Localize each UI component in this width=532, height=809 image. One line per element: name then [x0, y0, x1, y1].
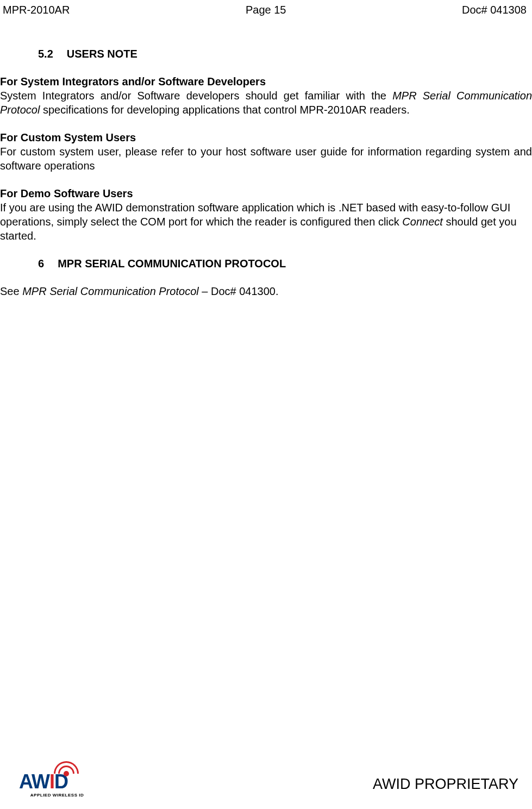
text: – Doc# 041300. [199, 285, 279, 297]
logo-text: AWID [19, 772, 95, 792]
awid-logo: AWID APPLIED WIRELESS ID [19, 772, 95, 798]
section-number: 6 [38, 256, 44, 271]
logo-dot-icon [64, 771, 69, 776]
section-title: USERS NOTE [67, 48, 137, 60]
section-title: MPR SERIAL COMMUNICATION PROTOCOL [58, 258, 286, 269]
header-page: Page 15 [246, 3, 286, 17]
paragraph-demo: If you are using the AWID demonstration … [0, 200, 532, 243]
subheading-custom: For Custom System Users [0, 130, 532, 145]
paragraph-integrators: System Integrators and/or Software devel… [0, 89, 532, 117]
paragraph-custom: For custom system user, please refer to … [0, 145, 532, 173]
text-italic: Connect [402, 216, 443, 228]
document-body: 5.2USERS NOTE For System Integrators and… [0, 17, 532, 298]
section-6-heading: 6MPR SERIAL COMMUNICATION PROTOCOL [0, 256, 532, 271]
section-5-2-heading: 5.2USERS NOTE [0, 47, 532, 61]
logo-icon: AWID [19, 772, 95, 792]
footer-proprietary: AWID PROPRIETARY [373, 775, 518, 798]
section-number: 5.2 [38, 47, 53, 61]
page-header: MPR-2010AR Page 15 Doc# 041308 [0, 0, 532, 17]
paragraph-section-6: See MPR Serial Communication Protocol – … [0, 284, 532, 298]
text: System Integrators and/or Software devel… [0, 90, 392, 102]
header-doc: Doc# 041308 [462, 3, 527, 17]
text: See [0, 285, 22, 297]
subheading-demo: For Demo Software Users [0, 186, 532, 200]
logo-subtitle: APPLIED WIRELESS ID [30, 793, 84, 798]
page-footer: AWID APPLIED WIRELESS ID AWID PROPRIETAR… [0, 772, 532, 798]
text-italic: MPR Serial Communication Protocol [22, 285, 199, 297]
header-model: MPR-2010AR [3, 3, 70, 17]
subheading-integrators: For System Integrators and/or Software D… [0, 74, 532, 89]
text: specifications for developing applicatio… [40, 104, 409, 116]
